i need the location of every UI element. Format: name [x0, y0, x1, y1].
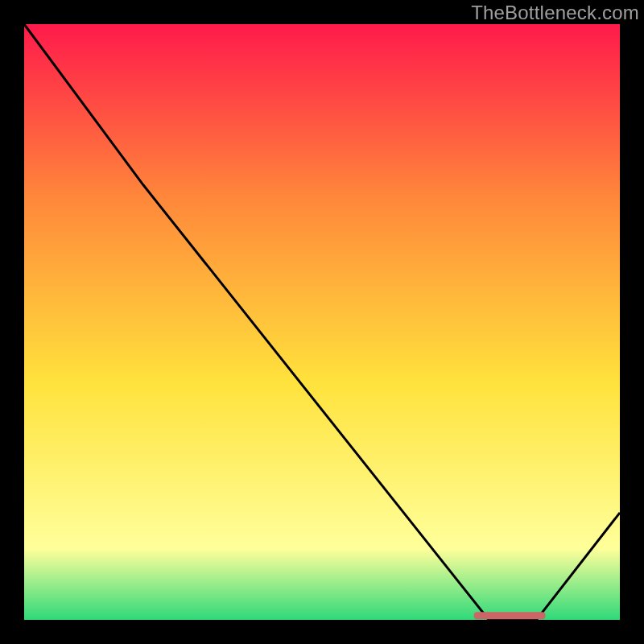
watermark-text: TheBottleneck.com	[471, 2, 639, 24]
frame-right	[620, 0, 644, 644]
chart-container: TheBottleneck.com	[0, 0, 644, 644]
chart-svg	[0, 0, 644, 644]
frame-left	[0, 0, 24, 644]
frame-bottom	[0, 620, 644, 644]
bottom-marker-segment	[474, 612, 546, 619]
plot-background	[24, 24, 620, 620]
